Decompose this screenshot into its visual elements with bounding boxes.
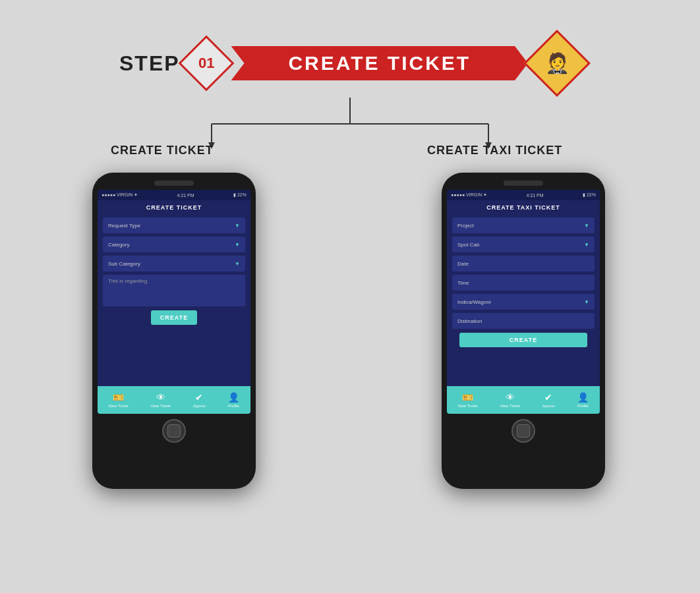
phone-bottom-left (98, 419, 250, 443)
phone-speaker-left (154, 181, 194, 186)
approv-label-left: Approv (193, 404, 206, 408)
nav-new-ticket-left[interactable]: 🎫 New Ticket (109, 392, 128, 408)
category-dropdown[interactable]: Category ▼ (103, 237, 245, 252)
project-label: Project (457, 223, 474, 229)
spot-cab-dropdown[interactable]: Spot Cab ▼ (452, 237, 595, 252)
phone-speaker-right (504, 181, 543, 186)
status-bar-right: ●●●●● VIRGIN ✦ 4:21 PM ▮ 22% (447, 190, 600, 200)
phone-bottom-right (447, 419, 600, 443)
profile-label-left: Profile (228, 404, 239, 408)
vehicle-dropdown[interactable]: Indica/Wagonr ▼ (452, 294, 595, 310)
destination-label: Distination (457, 318, 482, 324)
approv-label-right: Approv (542, 404, 555, 408)
phone-form-left: Request Type ▼ Category ▼ Sub Category ▼… (98, 213, 250, 329)
phone-title-left: CREATE TICKET (98, 200, 250, 213)
status-bar-left: ●●●●● VIRGIN ✦ 4:21 PM ▮ 22% (98, 190, 250, 200)
request-type-arrow: ▼ (235, 223, 240, 229)
sub-category-label: Sub Category (108, 261, 140, 267)
character-icon: 🤵 (545, 53, 569, 73)
new-ticket-label-left: New Ticket (109, 404, 128, 408)
step-header: STEP 01 CREATE TICKET 🤵 (119, 40, 581, 87)
nav-view-ticket-left[interactable]: 👁 View Ticket (150, 392, 170, 408)
phone-left: ●●●●● VIRGIN ✦ 4:21 PM ▮ 22% CREATE TICK… (92, 173, 256, 489)
step-number-diamond: 01 (178, 36, 234, 92)
phone-title-right: CREATE TAXI TICKET (447, 200, 600, 213)
regarding-placeholder: This is regarding (108, 278, 147, 284)
view-ticket-icon-left: 👁 (156, 392, 165, 403)
step-banner: CREATE TICKET (231, 46, 528, 80)
status-time-left: 4:21 PM (177, 193, 194, 198)
phone-right: ●●●●● VIRGIN ✦ 4:21 PM ▮ 22% CREATE TAXI… (442, 173, 605, 489)
status-battery-left: ▮ 22% (233, 192, 247, 198)
home-button-inner-left (167, 424, 181, 438)
create-ticket-button[interactable]: CREATE (151, 310, 197, 325)
date-label: Date (457, 261, 469, 267)
nav-profile-right[interactable]: 👤 Profile (577, 392, 589, 408)
regarding-textarea[interactable]: This is regarding (103, 275, 245, 306)
status-battery-right: ▮ 22% (583, 192, 596, 198)
vehicle-label: Indica/Wagonr (457, 299, 491, 305)
phone-screen-right: ●●●●● VIRGIN ✦ 4:21 PM ▮ 22% CREATE TAXI… (447, 190, 600, 414)
spot-cab-label: Spot Cab (457, 242, 479, 248)
approv-icon-left: ✔ (195, 392, 203, 403)
nav-approv-left[interactable]: ✔ Approv (193, 392, 206, 408)
phone-nav-left: 🎫 New Ticket 👁 View Ticket ✔ Approv 👤 Pr… (98, 386, 250, 414)
nav-new-ticket-right[interactable]: 🎫 New Ticket (458, 392, 477, 408)
step-label: STEP (119, 51, 180, 76)
profile-icon-left: 👤 (228, 392, 239, 403)
create-taxi-ticket-button[interactable]: CREATE (459, 333, 587, 347)
time-input[interactable]: Time (452, 275, 595, 291)
home-button-left[interactable] (162, 419, 186, 443)
view-ticket-icon-right: 👁 (506, 392, 515, 403)
project-arrow: ▼ (584, 223, 589, 229)
new-ticket-icon-right: 🎫 (462, 392, 473, 403)
character-diamond: 🤵 (523, 30, 591, 97)
new-ticket-label-right: New Ticket (458, 404, 477, 408)
vehicle-arrow: ▼ (584, 299, 589, 305)
home-button-right[interactable] (511, 419, 535, 443)
spot-cab-arrow: ▼ (584, 242, 589, 248)
home-button-inner-right (517, 424, 530, 438)
nav-view-ticket-right[interactable]: 👁 View Ticket (500, 392, 519, 408)
status-time-right: 4:21 PM (527, 193, 544, 198)
step-number: 01 (198, 55, 214, 72)
view-ticket-label-right: View Ticket (500, 404, 519, 408)
category-label: Category (108, 242, 129, 248)
category-arrow: ▼ (235, 242, 240, 248)
status-signal-right: ●●●●● VIRGIN ✦ (451, 192, 487, 198)
approv-icon-right: ✔ (544, 392, 552, 403)
request-type-dropdown[interactable]: Request Type ▼ (103, 217, 245, 233)
step-banner-text: CREATE TICKET (288, 52, 471, 74)
destination-input[interactable]: Distination (452, 313, 595, 329)
date-input[interactable]: Date (452, 256, 595, 271)
new-ticket-icon-left: 🎫 (113, 392, 124, 403)
view-ticket-label-left: View Ticket (150, 404, 170, 408)
status-signal-left: ●●●●● VIRGIN ✦ (102, 192, 138, 198)
phone-screen-left: ●●●●● VIRGIN ✦ 4:21 PM ▮ 22% CREATE TICK… (98, 190, 250, 414)
time-label: Time (457, 280, 469, 286)
col-label-right: CREATE TAXI TICKET (427, 144, 562, 157)
request-type-label: Request Type (108, 223, 140, 229)
col-label-left: CREATE TICKET (111, 144, 214, 157)
project-dropdown[interactable]: Project ▼ (452, 217, 595, 233)
profile-icon-right: 👤 (577, 392, 589, 403)
phone-form-right: Project ▼ Spot Cab ▼ Date Time Indica/Wa… (447, 213, 600, 351)
nav-profile-left[interactable]: 👤 Profile (228, 392, 239, 408)
profile-label-right: Profile (577, 404, 589, 408)
nav-approv-right[interactable]: ✔ Approv (542, 392, 555, 408)
phone-nav-right: 🎫 New Ticket 👁 View Ticket ✔ Approv 👤 Pr… (447, 386, 600, 414)
sub-category-dropdown[interactable]: Sub Category ▼ (103, 256, 245, 271)
sub-category-arrow: ▼ (235, 261, 240, 267)
